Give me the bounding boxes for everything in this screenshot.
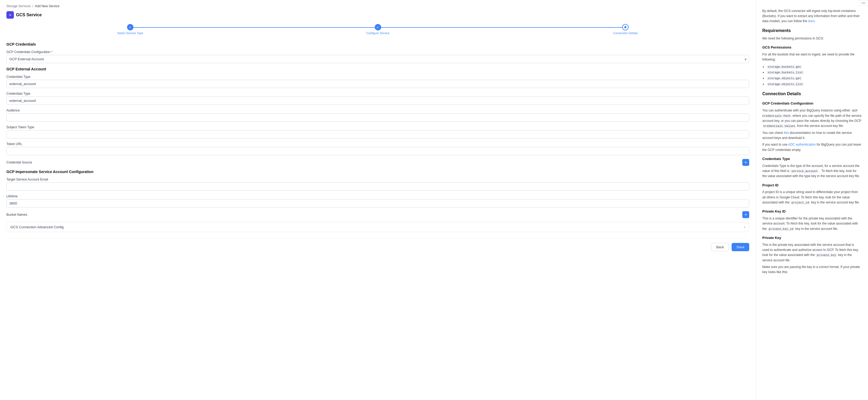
- credentials-type-2-group: Credentials Type: [6, 92, 749, 105]
- step-1-circle: ✓: [127, 24, 133, 30]
- audience-input[interactable]: [6, 113, 749, 122]
- gcp-credentials-section-title: GCP Credentials: [6, 42, 749, 46]
- lifetime-input[interactable]: [6, 199, 749, 207]
- subject-token-type-group: Subject Token Type: [6, 125, 749, 138]
- project-id-heading: Project ID: [762, 183, 862, 188]
- gcs-permissions-heading: GCS Permissions: [762, 45, 862, 51]
- private-key-heading: Private Key: [762, 235, 862, 241]
- right-panel: </> By default, the GCS connector will i…: [756, 0, 868, 400]
- lifetime-label: Lifetime: [6, 194, 749, 198]
- step-3-label: Connection Details: [613, 31, 638, 35]
- this-link[interactable]: this: [784, 131, 789, 135]
- permission-item-2: storage.buckets.list: [767, 70, 862, 75]
- credential-source-row: Credential Source +: [6, 159, 749, 166]
- credentials-type-1-input[interactable]: [6, 80, 749, 88]
- gcp-credentials-config-select[interactable]: GCP External Account: [6, 55, 749, 63]
- breadcrumb-current: Add New Service: [35, 4, 60, 8]
- token-url-group: Token URL: [6, 142, 749, 155]
- private-key-id-desc: This is a unique identifier for the priv…: [762, 216, 862, 231]
- stepper: ✓ Select Service Type ✓ Configure Servic…: [6, 24, 749, 35]
- bucket-names-group: Bucket Names +: [6, 211, 749, 218]
- code-toggle-button[interactable]: </>: [859, 0, 868, 6]
- page-icon: ≡: [6, 11, 14, 19]
- advanced-config-accordion[interactable]: GCS Connection Advanced Config ›: [6, 222, 749, 232]
- required-indicator: *: [51, 50, 53, 54]
- gcp-credentials-config-link-text: You can check this documentation on how …: [762, 130, 862, 140]
- intro-text: By default, the GCS connector will inges…: [762, 8, 862, 24]
- gcp-credentials-config-select-wrapper: GCP External Account ▾: [6, 55, 749, 63]
- save-button[interactable]: Save: [732, 243, 749, 251]
- token-url-input[interactable]: [6, 147, 749, 155]
- gcp-credentials-config-heading: GCP Credentials Configuration: [762, 101, 862, 106]
- private-key-code: private_key: [816, 253, 837, 257]
- credential-source-add-button[interactable]: +: [742, 159, 749, 166]
- permission-code-1: storage.buckets.get: [767, 65, 802, 69]
- gcp-credentials-config-adc: If you want to use ADC authentication fo…: [762, 142, 862, 152]
- credential-source-label: Credential Source: [6, 161, 32, 164]
- permission-code-4: storage.objects.list: [767, 82, 804, 86]
- step-2: ✓ Configure Service: [254, 24, 502, 35]
- permission-item-4: storage.objects.list: [767, 81, 862, 87]
- gcp-credentials-values-code: Credentials Values: [762, 124, 796, 128]
- step-1: ✓ Select Service Type: [6, 24, 254, 35]
- page-title: GCS Service: [16, 12, 42, 17]
- gcp-impersonate-section-title: GCP Impersonate Service Account Configur…: [6, 170, 749, 174]
- audience-group: Audience: [6, 108, 749, 122]
- permission-item-1: storage.buckets.get: [767, 64, 862, 70]
- permissions-list: storage.buckets.get storage.buckets.list…: [762, 64, 862, 87]
- private-key-id-heading: Private Key ID: [762, 209, 862, 214]
- requirements-heading: Requirements: [762, 27, 862, 34]
- private-key-id-code: private_key_id: [768, 227, 794, 231]
- credentials-type-desc: Credentials Type is the type of the acco…: [762, 163, 862, 179]
- target-service-account-email-label: Target Service Account Email: [6, 177, 749, 181]
- permission-code-2: storage.buckets.list: [767, 71, 804, 74]
- subject-token-type-label: Subject Token Type: [6, 125, 749, 129]
- left-panel: Storage Services / Add New Service ≡ GCS…: [0, 0, 756, 400]
- lifetime-group: Lifetime: [6, 194, 749, 207]
- advanced-config-label: GCS Connection Advanced Config: [10, 225, 64, 229]
- step-2-check: ✓: [376, 25, 379, 29]
- bucket-names-label: Bucket Names: [6, 213, 27, 216]
- gcp-credentials-config-label: GCP Credentials Configuration *: [6, 50, 749, 54]
- private-key-format: Make sure you are passing the key in a c…: [762, 265, 862, 275]
- chevron-right-icon: ›: [744, 225, 745, 229]
- step-1-label: Select Service Type: [117, 31, 143, 35]
- permission-code-3: storage.objects.get: [767, 76, 802, 80]
- docs-link[interactable]: docs.: [808, 19, 816, 23]
- private-key-desc: This is the private key associated with …: [762, 242, 862, 263]
- step-2-label: Configure Service: [366, 31, 390, 35]
- requirements-text: We need the following permissions in GCS…: [762, 36, 862, 41]
- credentials-type-heading: Credentials Type: [762, 156, 862, 162]
- gcs-permissions-text: For all the buckets that we want to inge…: [762, 52, 862, 62]
- credentials-type-2-input[interactable]: [6, 97, 749, 105]
- permission-item-3: storage.objects.get: [767, 75, 862, 81]
- footer-buttons: Back Save: [6, 238, 749, 251]
- gcp-credentials-config-desc: You can authenticate with your BigQuery …: [762, 108, 862, 129]
- step-3: Connection Details: [501, 24, 749, 35]
- project-id-desc: A project ID is a unique string used to …: [762, 190, 862, 205]
- service-account-code: service_account: [790, 169, 819, 173]
- credential-source-group: Credential Source +: [6, 159, 749, 166]
- audience-label: Audience: [6, 108, 749, 112]
- credentials-type-1-group: Credentials Type: [6, 75, 749, 88]
- bucket-names-row: Bucket Names +: [6, 211, 749, 218]
- step-3-circle: [622, 24, 628, 30]
- gcp-external-account-section-title: GCP External Account: [6, 67, 749, 71]
- project-id-code: project_id: [790, 201, 810, 204]
- step-1-check: ✓: [129, 25, 132, 29]
- adc-auth-link[interactable]: ADC authentication: [788, 143, 816, 146]
- bucket-names-add-button[interactable]: +: [742, 211, 749, 218]
- connection-details-heading: Connection Details: [762, 90, 862, 97]
- subject-token-type-input[interactable]: [6, 130, 749, 138]
- target-service-account-email-group: Target Service Account Email: [6, 177, 749, 191]
- step-3-dot: [624, 26, 626, 28]
- page-icon-symbol: ≡: [9, 13, 11, 17]
- top-bar: </>: [762, 4, 862, 8]
- breadcrumb-separator: /: [32, 4, 33, 8]
- breadcrumb: Storage Services / Add New Service: [6, 4, 749, 8]
- breadcrumb-parent[interactable]: Storage Services: [6, 4, 31, 8]
- page-header: ≡ GCS Service: [6, 11, 749, 19]
- credentials-type-1-label: Credentials Type: [6, 75, 749, 79]
- back-button[interactable]: Back: [711, 243, 729, 251]
- target-service-account-email-input[interactable]: [6, 182, 749, 191]
